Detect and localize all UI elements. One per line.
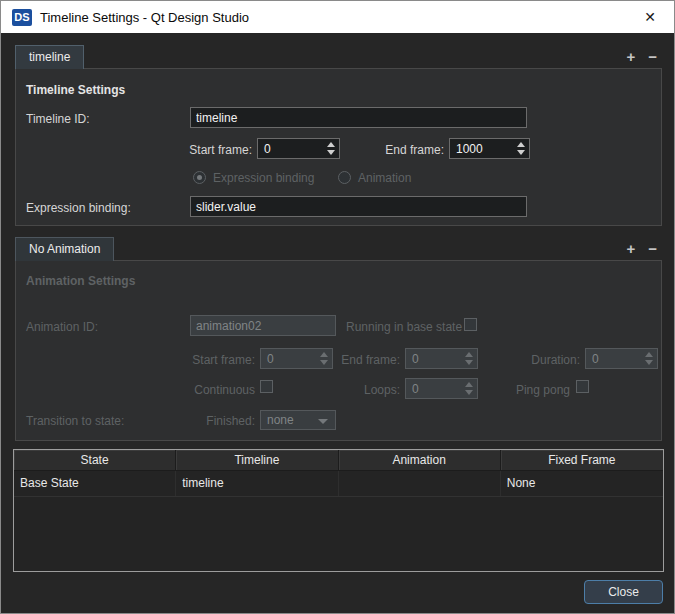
running-in-base-state-label: Running in base state [346,320,462,334]
table-header-animation: Animation [339,450,501,470]
spin-down-icon [465,360,473,365]
expression-binding-radio[interactable] [193,171,206,184]
animation-settings-header: Animation Settings [26,274,135,288]
add-animation-icon[interactable]: + [626,242,635,256]
expression-binding-input[interactable] [190,196,527,217]
close-button-label: Close [608,585,639,599]
timeline-settings-header: Timeline Settings [26,83,125,97]
duration-label: Duration: [515,353,580,367]
table-cell-timeline[interactable]: timeline [176,471,338,496]
tab-timeline-label: timeline [29,50,70,64]
anim-end-frame-value: 0 [412,352,419,366]
close-button[interactable]: Close [584,580,663,604]
animation-radio[interactable] [338,171,351,184]
spin-down-icon [465,390,473,395]
loops-label: Loops: [335,383,400,397]
start-frame-spinbox[interactable]: 0 [257,138,340,159]
tab-no-animation[interactable]: No Animation [15,237,114,261]
window-title: Timeline Settings - Qt Design Studio [40,10,249,25]
ping-pong-checkbox [576,380,589,393]
qt-design-studio-logo-icon: DS [12,9,32,26]
loops-spinbox: 0 [405,378,478,399]
duration-spinbox: 0 [585,348,658,369]
table-header-row: State Timeline Animation Fixed Frame [14,450,663,471]
table-header-state: State [14,450,176,470]
spin-down-icon [320,360,328,365]
duration-value: 0 [592,352,599,366]
finished-dropdown: none [260,410,336,430]
spin-up-icon[interactable] [327,142,335,147]
state-timeline-table: State Timeline Animation Fixed Frame Bas… [13,449,664,572]
spin-up-icon [465,352,473,357]
title-bar: DS Timeline Settings - Qt Design Studio … [1,1,674,33]
anim-start-frame-spinbox: 0 [260,348,333,369]
animation-id-label: Animation ID: [26,320,98,334]
anim-end-frame-spinbox: 0 [405,348,478,369]
spin-down-icon[interactable] [327,150,335,155]
anim-start-frame-label: Start frame: [190,353,255,367]
spin-down-icon[interactable] [517,150,525,155]
table-cell-state[interactable]: Base State [14,471,176,496]
spin-up-icon[interactable] [517,142,525,147]
animation-id-input [190,315,336,336]
tab-no-animation-label: No Animation [29,242,100,256]
finished-label: Finished: [180,414,255,428]
table-header-timeline: Timeline [176,450,338,470]
transition-to-state-label: Transition to state: [26,414,124,428]
table-header-fixed-frame: Fixed Frame [501,450,663,470]
expression-binding-field-label: Expression binding: [26,201,131,215]
anim-end-frame-label: End frame: [335,353,400,367]
end-frame-spinbox[interactable]: 1000 [449,138,530,159]
timeline-settings-dialog: DS Timeline Settings - Qt Design Studio … [0,0,675,614]
running-in-base-state-checkbox [464,318,477,331]
spin-up-icon [465,382,473,387]
table-cell-animation[interactable] [339,471,501,496]
close-icon[interactable]: ✕ [637,4,663,30]
table-row[interactable]: Base State timeline None [14,471,663,497]
loops-value: 0 [412,382,419,396]
animation-radio-label: Animation [358,171,411,185]
spin-up-icon [320,352,328,357]
timeline-tab-actions: + − [626,45,657,69]
spin-up-icon [645,352,653,357]
tab-timeline[interactable]: timeline [15,45,84,69]
timeline-id-label: Timeline ID: [26,112,90,126]
ping-pong-label: Ping pong [500,383,570,397]
end-frame-label: End frame: [382,143,444,157]
expression-binding-radio-label: Expression binding [213,171,314,185]
anim-start-frame-value: 0 [267,352,274,366]
chevron-down-icon [318,419,328,424]
remove-timeline-icon[interactable]: − [648,50,657,64]
remove-animation-icon[interactable]: − [648,242,657,256]
start-frame-value: 0 [264,142,271,156]
table-cell-fixed-frame[interactable]: None [501,471,663,496]
animation-settings-panel: Animation Settings Animation ID: Running… [15,260,662,441]
finished-dropdown-value: none [267,413,294,427]
continuous-checkbox [260,380,273,393]
timeline-settings-panel: Timeline Settings Timeline ID: Start fra… [15,68,662,226]
add-timeline-icon[interactable]: + [626,50,635,64]
animation-tab-actions: + − [626,237,657,261]
end-frame-value: 1000 [456,142,483,156]
start-frame-label: Start frame: [187,143,252,157]
spin-down-icon [645,360,653,365]
continuous-label: Continuous [180,383,255,397]
timeline-id-input[interactable] [190,107,527,128]
